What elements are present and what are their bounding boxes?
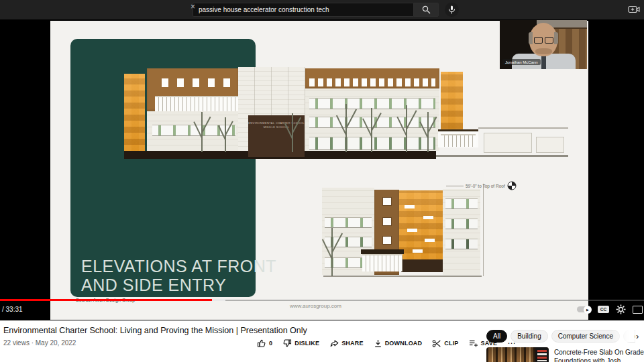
search-input[interactable] [193,3,413,17]
cream-wall-right [305,88,439,151]
chip-all[interactable]: All [486,330,507,343]
masthead: × [0,0,644,19]
voice-search-button[interactable] [445,3,459,17]
settings-gear-icon[interactable] [616,304,626,314]
share-arrow-icon [329,339,339,348]
slide-title: ELEVATIONS AT FRONT AND SIDE ENTRY [81,257,276,294]
create-video-button[interactable] [628,5,640,17]
download-label: DOWNLOAD [385,340,423,347]
main-entrance: ENVIRONMENTAL CHARTER SCHOOL MIDDLE SCHO… [248,115,305,157]
thumbnail-badge [535,347,549,362]
dislike-label: DISLIKE [294,340,319,347]
video-title: Environmental Charter School: Living and… [3,326,379,335]
front-elevation-drawing: ENVIRONMENTAL CHARTER SCHOOL MIDDLE SCHO… [124,67,568,159]
cream-wall [443,189,480,275]
storefront-glazing [362,254,402,272]
speaker-beard [535,48,552,54]
autoplay-toggle[interactable]: ▶ [577,306,591,312]
window [383,218,391,225]
speaker-hair [529,32,533,44]
brown-band-left [147,68,238,111]
chip-computer-science[interactable]: Computer Science [551,330,620,343]
slot-window [407,229,417,232]
window [383,198,391,205]
search-button[interactable] [413,3,439,17]
glazing-strip [155,96,239,112]
chip-course[interactable]: Course [623,330,635,343]
slot-window [405,205,415,208]
miniplayer-button[interactable] [633,306,643,314]
search-clear-icon[interactable]: × [191,2,195,11]
related-title[interactable]: Concrete-Free Slab On Grade Foundations … [554,347,644,362]
window-row [309,137,435,150]
related-title-line2: Foundations with Josh Salinge [554,357,644,362]
roof-dimension-note: 59'-0" to Top of Roof [446,181,517,190]
slide-title-line1: ELEVATIONS AT FRONT [81,257,276,276]
chip-building[interactable]: Building [511,330,548,343]
dislike-button[interactable]: DISLIKE [282,339,319,348]
captions-button[interactable]: CC [598,306,609,313]
youtube-page: × [0,0,644,362]
thumbs-down-icon [282,339,292,348]
slot-window [423,216,433,219]
progress-buffer [212,299,225,301]
video-player[interactable]: ENVIRONMENTAL CHARTER SCHOOL MIDDLE SCHO… [0,19,644,320]
roof-annotation-text: 59'-0" to Top of Roof [466,184,505,188]
tree-graphic [292,113,293,152]
leader-line [446,186,464,186]
dimension-line [483,184,484,276]
center-stone-block: ENVIRONMENTAL CHARTER SCHOOL MIDDLE SCHO… [238,67,305,151]
speaker-lanyard [541,55,546,69]
related-video-item[interactable]: Concrete-Free Slab On Grade Foundations … [486,347,644,362]
annex-block [484,133,532,153]
slide-footer-url: www.aurosgroup.com [290,303,341,309]
clip-button[interactable]: CLIP [432,339,458,348]
scissors-icon [432,339,441,348]
annex-block [536,137,564,153]
slide-title-line2: AND SIDE ENTRY [81,276,276,294]
window-row [325,217,372,228]
slot-window [425,239,435,242]
tree-graphic [406,105,407,152]
side-canopy [438,129,478,147]
player-controls: ▶ CC [577,304,643,314]
side-elevation-drawing [322,184,530,286]
window [383,237,391,244]
progress-played[interactable] [0,299,212,301]
webcam-overlay: Jonathan McCann [500,20,587,69]
clip-label: CLIP [444,340,458,347]
window-row [445,219,478,229]
download-button[interactable]: DOWNLOAD [374,339,423,348]
chips-scroll-chevron-icon[interactable]: › [636,331,639,341]
search-icon [422,5,431,14]
like-button[interactable]: 0 [257,339,272,348]
related-thumbnail[interactable] [486,347,549,362]
download-icon [374,339,382,348]
ground-line [323,276,482,277]
speaker-face [529,23,557,56]
tree-graphic [371,108,372,152]
share-button[interactable]: SHARE [329,339,364,348]
search-bar [193,3,459,17]
window-row [309,78,435,86]
like-count: 0 [269,340,272,347]
thumbs-up-icon [257,339,266,348]
speaker-hair [554,32,558,44]
tree-graphic [331,228,333,276]
window-row [445,239,478,249]
window-row [309,98,435,109]
play-icon: ▶ [584,306,592,314]
action-bar: 0 DISLIKE SHARE [257,339,515,348]
orange-panel-left [124,74,145,151]
entry-canopy [361,249,404,254]
tree-graphic [225,117,226,152]
tree-graphic [345,104,347,152]
webcam-name-label: Jonathan McCann [502,59,541,65]
create-video-icon [628,5,640,14]
glasses [534,37,553,43]
time-display: / 33:31 [2,306,23,313]
tree-graphic [201,112,203,152]
save-playlist-icon [469,339,478,348]
low-annex [478,127,568,154]
watch-page-body: Environmental Charter School: Living and… [0,320,644,362]
